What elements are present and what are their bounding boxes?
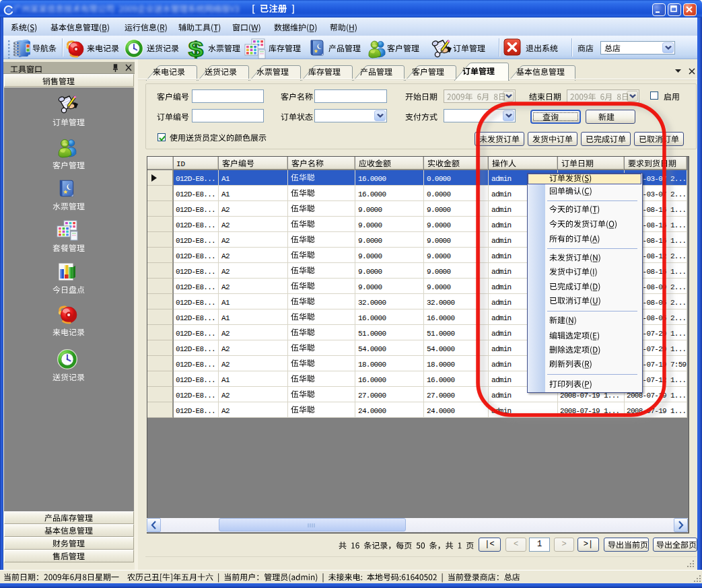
svg-text:$: $ [188,38,203,59]
